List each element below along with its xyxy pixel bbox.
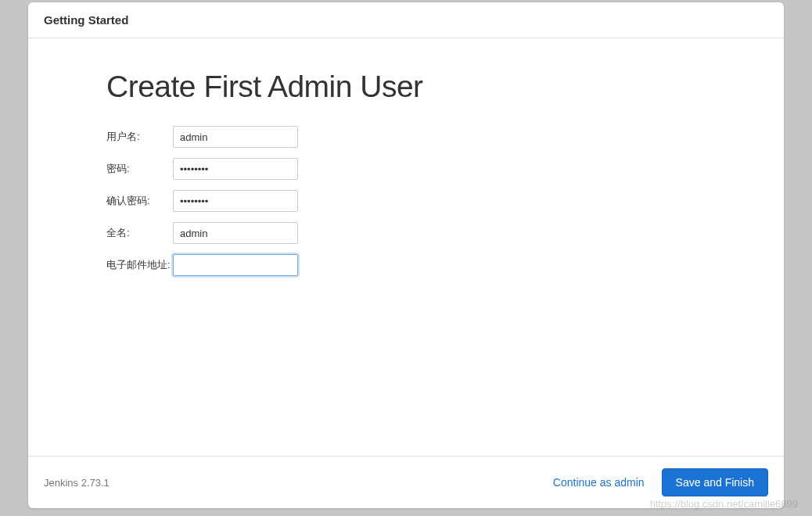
fullname-input[interactable] xyxy=(173,222,298,244)
form-row-fullname: 全名: xyxy=(106,222,706,244)
dialog-header: Getting Started xyxy=(28,2,784,38)
email-input[interactable] xyxy=(173,254,298,276)
username-label: 用户名: xyxy=(106,130,173,144)
dialog-footer: Jenkins 2.73.1 Continue as admin Save an… xyxy=(28,456,784,508)
continue-as-admin-link[interactable]: Continue as admin xyxy=(553,476,645,489)
password-input[interactable] xyxy=(173,158,298,180)
confirm-password-label: 确认密码: xyxy=(106,194,173,208)
form-row-confirm-password: 确认密码: xyxy=(106,190,706,212)
email-label: 电子邮件地址: xyxy=(106,258,173,272)
dialog-header-title: Getting Started xyxy=(44,13,768,27)
setup-dialog: Getting Started Create First Admin User … xyxy=(28,2,784,508)
save-and-finish-button[interactable]: Save and Finish xyxy=(662,468,768,496)
footer-actions: Continue as admin Save and Finish xyxy=(553,468,768,496)
password-label: 密码: xyxy=(106,162,173,176)
confirm-password-input[interactable] xyxy=(173,190,298,212)
fullname-label: 全名: xyxy=(106,226,173,240)
username-input[interactable] xyxy=(173,126,298,148)
form-row-password: 密码: xyxy=(106,158,706,180)
version-text: Jenkins 2.73.1 xyxy=(44,477,110,489)
dialog-body: Create First Admin User 用户名: 密码: 确认密码: 全… xyxy=(28,38,784,456)
form-row-email: 电子邮件地址: xyxy=(106,254,706,276)
page-title: Create First Admin User xyxy=(106,70,706,104)
form-row-username: 用户名: xyxy=(106,126,706,148)
